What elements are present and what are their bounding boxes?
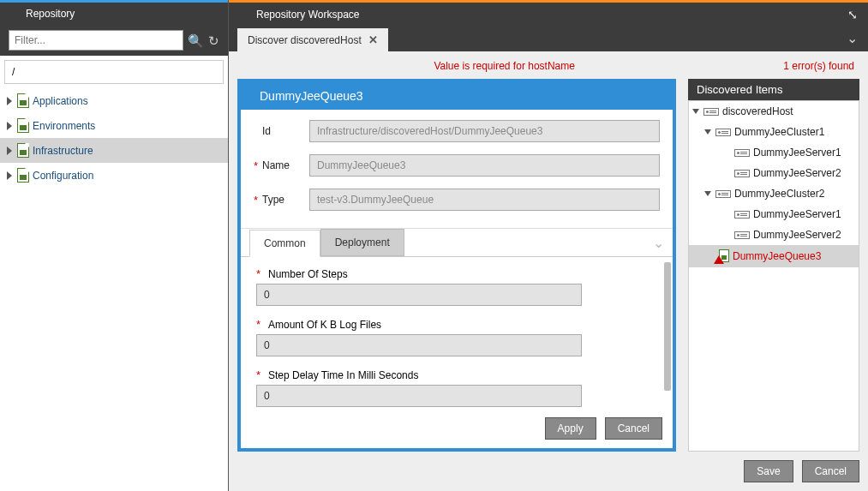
server-icon — [734, 211, 750, 219]
id-label: Id — [262, 125, 309, 137]
repo-filter-row: 🔍 ↻ — [0, 25, 228, 56]
workspace-title: Repository Workspace — [256, 9, 360, 21]
field-step-delay: * Step Delay Time In Milli Seconds — [256, 368, 657, 407]
chevron-right-icon — [7, 122, 12, 130]
disc-label: discoveredHost — [722, 105, 793, 117]
folder-icon — [17, 143, 29, 158]
form-button-row: Apply Cancel — [241, 409, 673, 448]
required-icon: * — [256, 267, 265, 280]
repository-panel: Repository 🔍 ↻ / Applications Environmen… — [0, 0, 229, 491]
error-count: 1 error(s) found — [766, 60, 854, 72]
disc-item-c1s1[interactable]: DummyJeeServer1 — [689, 142, 859, 163]
sub-tab-row: Common Deployment ⌄ — [241, 228, 673, 257]
delay-input[interactable] — [256, 385, 582, 407]
disc-item-queue3[interactable]: DummyJeeQueue3 — [689, 245, 859, 267]
required-icon: * — [254, 194, 262, 207]
folder-icon — [17, 168, 29, 183]
steps-input[interactable] — [256, 284, 582, 306]
tab-label: Discover discoveredHost — [248, 34, 362, 46]
discovered-title: Discovered Items — [688, 79, 859, 100]
steps-label: Number Of Steps — [268, 268, 348, 280]
tree-label: Applications — [33, 95, 88, 107]
field-row-name: * Name — [254, 154, 660, 177]
workspace-panel: Repository Workspace ⤡ Discover discover… — [229, 0, 868, 491]
repo-item-configuration[interactable]: Configuration — [0, 163, 228, 188]
server-icon — [734, 170, 750, 177]
expand-icon[interactable]: ⤡ — [847, 8, 858, 21]
sub-tab-common[interactable]: Common — [249, 230, 320, 257]
folder-icon — [17, 93, 29, 108]
chevron-right-icon — [7, 97, 12, 105]
disc-label: DummyJeeCluster1 — [734, 126, 824, 138]
repository-header: Repository — [0, 0, 228, 25]
chevron-down-icon[interactable]: ⌄ — [845, 27, 859, 51]
disc-label: DummyJeeServer2 — [753, 167, 841, 179]
required-icon: * — [254, 159, 262, 172]
field-row-id: Id — [254, 120, 660, 142]
kb-input[interactable] — [256, 334, 582, 356]
server-icon — [703, 108, 719, 116]
entity-form-panel: DummyJeeQueue3 Id * Name * Type — [237, 79, 676, 452]
save-button[interactable]: Save — [744, 460, 793, 482]
repo-path-bar[interactable]: / — [4, 60, 224, 84]
type-label: Type — [262, 194, 309, 206]
form-cancel-button[interactable]: Cancel — [605, 417, 662, 440]
required-icon: * — [256, 368, 265, 381]
server-icon — [734, 231, 750, 239]
entity-title: DummyJeeQueue3 — [241, 82, 673, 110]
tree-label: Infrastructure — [33, 145, 93, 157]
search-icon[interactable]: 🔍 — [188, 34, 204, 47]
disc-label: DummyJeeServer1 — [753, 147, 841, 159]
repo-tree: Applications Environments Infrastructure… — [0, 88, 228, 491]
server-icon — [734, 149, 750, 157]
name-input[interactable] — [309, 154, 660, 177]
folder-icon — [17, 118, 29, 133]
required-icon: * — [256, 318, 265, 331]
required-spacer — [254, 125, 262, 138]
chevron-down-icon — [704, 191, 711, 196]
chevron-right-icon — [7, 147, 12, 155]
repository-title: Repository — [26, 8, 75, 20]
disc-label: DummyJeeServer2 — [753, 229, 841, 241]
disc-item-c2s1[interactable]: DummyJeeServer1 — [689, 204, 859, 225]
server-icon — [715, 190, 731, 198]
server-icon — [715, 129, 731, 136]
repo-item-environments[interactable]: Environments — [0, 113, 228, 138]
scrollbar-thumb[interactable] — [664, 262, 671, 391]
disc-label: DummyJeeQueue3 — [733, 250, 821, 262]
sub-tab-deployment[interactable]: Deployment — [320, 229, 404, 256]
id-input — [309, 120, 660, 142]
tree-label: Environments — [33, 120, 95, 132]
disc-item-host[interactable]: discoveredHost — [689, 101, 859, 122]
footer-cancel-button[interactable]: Cancel — [802, 460, 859, 482]
chevron-down-icon[interactable]: ⌄ — [653, 235, 664, 251]
workspace-header: Repository Workspace ⤡ — [229, 0, 868, 27]
validation-message: Value is required for hostName — [242, 60, 766, 72]
discovered-panel: Discovered Items discoveredHost DummyJee… — [688, 79, 859, 452]
disc-item-cluster2[interactable]: DummyJeeCluster2 — [689, 183, 859, 204]
delay-label: Step Delay Time In Milli Seconds — [268, 369, 418, 381]
validation-row: Value is required for hostName 1 error(s… — [237, 57, 859, 79]
workspace-tab-row: Discover discoveredHost ✕ ⌄ — [229, 27, 868, 51]
apply-button[interactable]: Apply — [545, 417, 596, 440]
type-input — [309, 189, 660, 211]
discovered-tree: discoveredHost DummyJeeCluster1 DummyJee… — [688, 100, 859, 452]
chevron-down-icon — [692, 109, 699, 114]
warning-icon — [715, 249, 729, 263]
close-icon[interactable]: ✕ — [368, 33, 378, 46]
tree-label: Configuration — [33, 170, 93, 182]
chevron-down-icon — [704, 129, 711, 135]
name-label: Name — [262, 159, 309, 171]
field-number-of-steps: * Number Of Steps — [256, 267, 657, 306]
chevron-right-icon — [7, 171, 12, 180]
refresh-icon[interactable]: ↻ — [208, 34, 219, 47]
kb-label: Amount Of K B Log Files — [268, 319, 381, 331]
repo-filter-input[interactable] — [9, 30, 183, 51]
repo-item-infrastructure[interactable]: Infrastructure — [0, 138, 228, 163]
disc-item-c2s2[interactable]: DummyJeeServer2 — [689, 225, 859, 245]
disc-item-c1s2[interactable]: DummyJeeServer2 — [689, 163, 859, 183]
disc-item-cluster1[interactable]: DummyJeeCluster1 — [689, 122, 859, 142]
repo-item-applications[interactable]: Applications — [0, 88, 228, 113]
workspace-body: Value is required for hostName 1 error(s… — [229, 51, 868, 491]
workspace-tab-discover[interactable]: Discover discoveredHost ✕ — [237, 28, 388, 51]
